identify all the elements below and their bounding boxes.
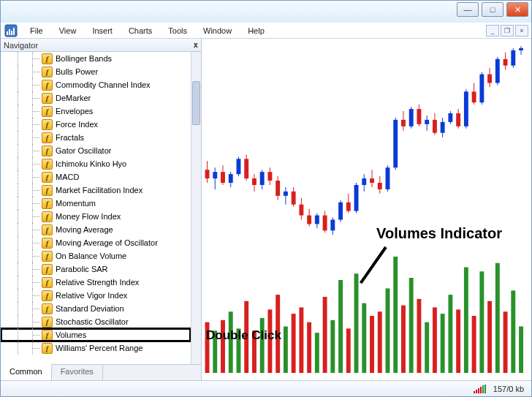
navigator-tree: fBollinger BandsfBulls PowerfCommodity C… (1, 52, 201, 364)
mdi-minimize-button[interactable]: _ (486, 25, 499, 37)
indicator-label: Williams' Percent Range (56, 344, 142, 352)
navigator-panel: Navigator x fBollinger BandsfBulls Power… (1, 39, 202, 380)
menu-insert[interactable]: Insert (85, 24, 120, 37)
mdi-close-button[interactable]: × (515, 25, 528, 37)
menu-view[interactable]: View (52, 24, 84, 37)
svg-rect-10 (221, 172, 225, 183)
svg-rect-52 (386, 167, 390, 189)
svg-rect-3 (11, 31, 12, 35)
indicator-parabolic-sar[interactable]: fParabolic SAR (1, 262, 191, 276)
indicator-macd[interactable]: fMACD (1, 170, 191, 184)
indicator-bulls-power[interactable]: fBulls Power (1, 65, 191, 78)
menu-file[interactable]: File (23, 24, 50, 37)
svg-rect-72 (464, 91, 468, 126)
indicator-icon: f (42, 211, 53, 222)
navigator-close-button[interactable]: x (193, 40, 198, 50)
indicator-volumes[interactable]: fVolumes (1, 328, 191, 341)
svg-rect-22 (267, 172, 272, 181)
indicator-on-balance-volume[interactable]: fOn Balance Volume (1, 249, 191, 262)
indicator-icon: f (42, 277, 53, 288)
tab-favorites[interactable]: Favorites (52, 365, 103, 380)
indicator-market-facilitation-index[interactable]: fMarket Facilitation Index (1, 184, 191, 197)
indicator-force-index[interactable]: fForce Index (1, 118, 191, 131)
indicator-demarker[interactable]: fDeMarker (1, 91, 191, 105)
indicator-relative-vigor-index[interactable]: fRelative Vigor Index (1, 289, 191, 302)
indicator-icon: f (42, 93, 53, 104)
indicator-label: Fractals (56, 133, 84, 142)
indicator-fractals[interactable]: fFractals (1, 131, 191, 144)
svg-rect-62 (425, 120, 429, 124)
indicator-standard-deviation[interactable]: fStandard Deviation (1, 302, 191, 315)
svg-rect-28 (292, 192, 296, 205)
svg-rect-24 (276, 181, 280, 196)
menu-window[interactable]: Window (196, 24, 239, 37)
indicator-label: Bollinger Bands (56, 54, 112, 63)
app-window: — □ ✕ FileViewInsertChartsToolsWindowHel… (0, 0, 532, 397)
indicator-momentum[interactable]: fMomentum (1, 197, 191, 210)
indicator-icon: f (42, 106, 53, 117)
svg-rect-56 (401, 120, 406, 126)
svg-rect-68 (448, 113, 452, 122)
navigator-header: Navigator x (1, 39, 201, 52)
statusbar: 157/0 kb (1, 380, 531, 396)
indicator-label: Standard Deviation (56, 304, 124, 313)
indicator-williams-percent-range[interactable]: fWilliams' Percent Range (1, 341, 191, 355)
svg-rect-44 (354, 185, 359, 211)
svg-rect-16 (244, 159, 248, 178)
indicator-label: Gator Oscillator (56, 146, 111, 155)
indicator-moving-average-of-oscillator[interactable]: fMoving Average of Oscillator (1, 236, 191, 249)
menu-tools[interactable]: Tools (161, 24, 194, 37)
indicator-money-flow-index[interactable]: fMoney Flow Index (1, 210, 191, 223)
indicator-ichimoku-kinko-hyo[interactable]: fIchimoku Kinko Hyo (1, 157, 191, 170)
indicator-label: MACD (56, 173, 79, 181)
indicator-icon: f (42, 290, 53, 301)
minimize-button[interactable]: — (457, 2, 479, 17)
svg-rect-20 (260, 172, 265, 185)
indicator-icon: f (42, 67, 53, 77)
menu-help[interactable]: Help (240, 24, 272, 37)
indicator-label: Stochastic Oscillator (56, 317, 129, 326)
indicator-label: DeMarker (56, 94, 91, 102)
scrollbar[interactable] (191, 52, 201, 364)
svg-rect-74 (472, 91, 476, 102)
svg-rect-34 (315, 216, 319, 224)
annotation-double-click: Double Click (206, 328, 281, 343)
svg-rect-36 (323, 216, 327, 231)
svg-rect-8 (213, 172, 217, 178)
indicator-icon: f (42, 53, 53, 64)
indicator-envelopes[interactable]: fEnvelopes (1, 105, 191, 118)
mdi-restore-button[interactable]: ❐ (501, 25, 514, 37)
indicator-stochastic-oscillator[interactable]: fStochastic Oscillator (1, 315, 191, 328)
tab-common[interactable]: Common (1, 364, 52, 380)
svg-rect-42 (346, 203, 351, 211)
indicator-icon: f (42, 132, 53, 143)
svg-rect-40 (338, 203, 343, 220)
indicator-label: Momentum (56, 199, 96, 208)
svg-rect-48 (370, 178, 374, 183)
connection-icon (474, 385, 486, 393)
titlebar: — □ ✕ (1, 1, 531, 23)
svg-rect-80 (495, 59, 500, 83)
indicator-icon: f (42, 251, 53, 262)
indicator-label: Ichimoku Kinko Hyo (56, 159, 126, 168)
svg-rect-82 (503, 59, 508, 66)
indicator-gator-oscillator[interactable]: fGator Oscillator (1, 144, 191, 157)
menu-charts[interactable]: Charts (121, 24, 159, 37)
svg-rect-76 (479, 75, 484, 103)
indicator-bollinger-bands[interactable]: fBollinger Bands (1, 52, 191, 65)
indicator-relative-strength-index[interactable]: fRelative Strength Index (1, 276, 191, 289)
indicator-moving-average[interactable]: fMoving Average (1, 223, 191, 236)
menubar: FileViewInsertChartsToolsWindowHelp _ ❐ … (1, 23, 531, 39)
svg-rect-66 (441, 122, 445, 133)
close-button[interactable]: ✕ (506, 2, 528, 17)
indicator-commodity-channel-index[interactable]: fCommodity Channel Index (1, 78, 191, 91)
svg-rect-58 (409, 109, 414, 126)
scrollbar-thumb[interactable] (192, 81, 200, 125)
chart-area[interactable]: Volumes Indicator Double Click (202, 39, 531, 380)
indicator-icon: f (42, 343, 53, 354)
svg-rect-38 (330, 219, 335, 230)
maximize-button[interactable]: □ (482, 2, 503, 17)
indicator-label: Parabolic SAR (56, 265, 108, 273)
indicator-label: Market Facilitation Index (56, 186, 142, 194)
svg-rect-2 (9, 29, 10, 35)
